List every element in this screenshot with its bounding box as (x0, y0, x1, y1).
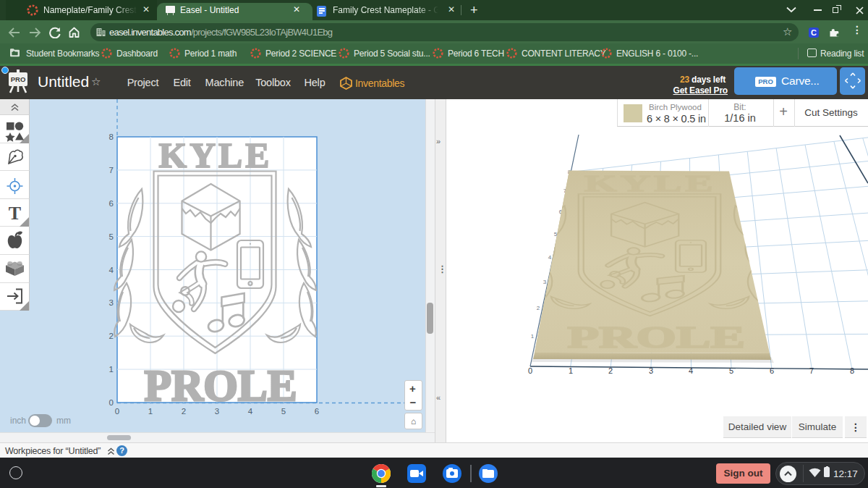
svg-text:2: 2 (608, 366, 613, 375)
svg-text:8: 8 (850, 366, 854, 375)
svg-text:3: 3 (543, 279, 547, 285)
svg-text:4: 4 (548, 254, 552, 261)
svg-text:1: 1 (531, 333, 535, 340)
svg-text:PROLE: PROLE (568, 321, 745, 354)
svg-text:4: 4 (689, 366, 693, 375)
svg-text:6: 6 (770, 366, 774, 375)
svg-text:5: 5 (729, 366, 733, 375)
svg-text:7: 7 (809, 366, 814, 375)
svg-text:1: 1 (569, 366, 573, 375)
svg-text:KYLE: KYLE (584, 170, 717, 196)
svg-text:2: 2 (537, 305, 540, 311)
svg-text:0: 0 (528, 366, 532, 375)
svg-text:3: 3 (649, 366, 653, 375)
